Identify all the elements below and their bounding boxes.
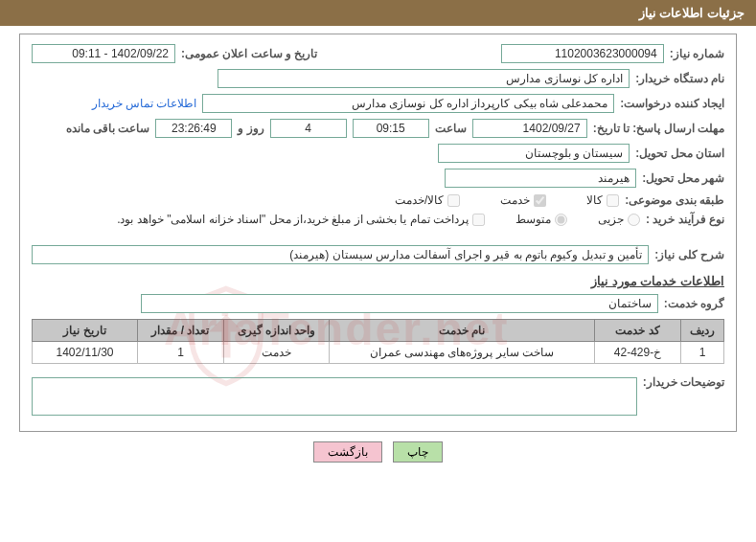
countdown-value: 23:26:49 (155, 119, 232, 138)
buyer-org-value: اداره کل نوسازی مدارس (218, 69, 630, 88)
button-bar: چاپ بازگشت (0, 441, 756, 463)
proc-minor-radio (628, 214, 640, 226)
cat-service-checkbox (534, 194, 546, 207)
city-value: هیرمند (445, 169, 636, 188)
announce-date-value: 1402/09/22 - 09:11 (32, 44, 175, 63)
cell-unit: خدمت (224, 342, 330, 364)
th-name: نام خدمت (330, 320, 595, 342)
page-header: جزئیات اطلاعات نیاز (0, 0, 756, 26)
service-group-value: ساختمان (141, 294, 658, 313)
province-label: استان محل تحویل: (635, 147, 724, 160)
need-desc-label: شرح کلی نیاز: (654, 248, 724, 261)
print-button[interactable]: چاپ (393, 441, 443, 463)
requester-value: محمدعلی شاه بیکی کارپرداز اداره کل نوساز… (202, 94, 614, 113)
need-number-value: 1102003623000094 (501, 44, 664, 63)
th-date: تاریخ نیاز (33, 320, 138, 342)
proc-medium-radio (555, 214, 567, 226)
deadline-label: مهلت ارسال پاسخ: تا تاریخ: (593, 122, 724, 135)
payment-note-label: پرداخت تمام یا بخشی از مبلغ خرید،از محل … (117, 213, 469, 226)
need-desc-value: تأمین و تبدیل وکیوم باتوم به قیر و اجرای… (32, 245, 649, 264)
time-label: ساعت (435, 122, 467, 135)
th-row: ردیف (681, 320, 724, 342)
proc-medium-label: متوسط (515, 213, 551, 226)
buyer-contact-link[interactable]: اطلاعات تماس خریدار (92, 97, 197, 110)
buyer-notes-label: توضیحات خریدار: (643, 375, 724, 389)
cell-qty: 1 (138, 342, 224, 364)
city-label: شهر محل تحویل: (642, 171, 724, 185)
details-panel: AriaTender.net شماره نیاز: 1102003623000… (19, 34, 737, 432)
th-unit: واحد اندازه گیری (224, 320, 330, 342)
th-code: کد خدمت (595, 320, 681, 342)
requester-label: ایجاد کننده درخواست: (620, 97, 724, 110)
cat-goods-label: کالا (586, 193, 603, 207)
need-number-label: شماره نیاز: (670, 47, 724, 60)
table-row: 1 خ-429-42 ساخت سایر پروژه‌های مهندسی عم… (33, 342, 724, 364)
announce-date-label: تاریخ و ساعت اعلان عمومی: (181, 47, 317, 60)
cat-both-label: کالا/خدمت (395, 193, 444, 207)
cell-code: خ-429-42 (595, 342, 681, 364)
services-table: ردیف کد خدمت نام خدمت واحد اندازه گیری ت… (32, 319, 724, 364)
proc-minor-label: جزیی (598, 213, 624, 226)
buyer-org-label: نام دستگاه خریدار: (635, 72, 724, 85)
cell-date: 1402/11/30 (33, 342, 138, 364)
back-button[interactable]: بازگشت (313, 441, 382, 463)
deadline-time-value: 09:15 (353, 119, 429, 138)
deadline-date-value: 1402/09/27 (472, 119, 587, 138)
payment-note-checkbox (472, 214, 485, 226)
category-label: طبقه بندی موضوعی: (625, 193, 724, 207)
process-label: نوع فرآیند خرید : (646, 213, 724, 226)
remaining-label: ساعت باقی مانده (66, 122, 150, 135)
cat-both-checkbox (447, 194, 460, 207)
days-value: 4 (270, 119, 347, 138)
page-title: جزئیات اطلاعات نیاز (639, 6, 745, 20)
province-value: سیستان و بلوچستان (438, 144, 630, 163)
cat-service-label: خدمت (500, 193, 530, 207)
cell-row: 1 (681, 342, 724, 364)
service-info-title: اطلاعات خدمات مورد نیاز (32, 274, 724, 288)
service-group-label: گروه خدمت: (664, 297, 724, 310)
th-qty: تعداد / مقدار (138, 320, 224, 342)
buyer-notes-box (32, 377, 637, 416)
days-and-label: روز و (238, 122, 263, 135)
cat-goods-checkbox (607, 194, 619, 207)
cell-name: ساخت سایر پروژه‌های مهندسی عمران (330, 342, 595, 364)
